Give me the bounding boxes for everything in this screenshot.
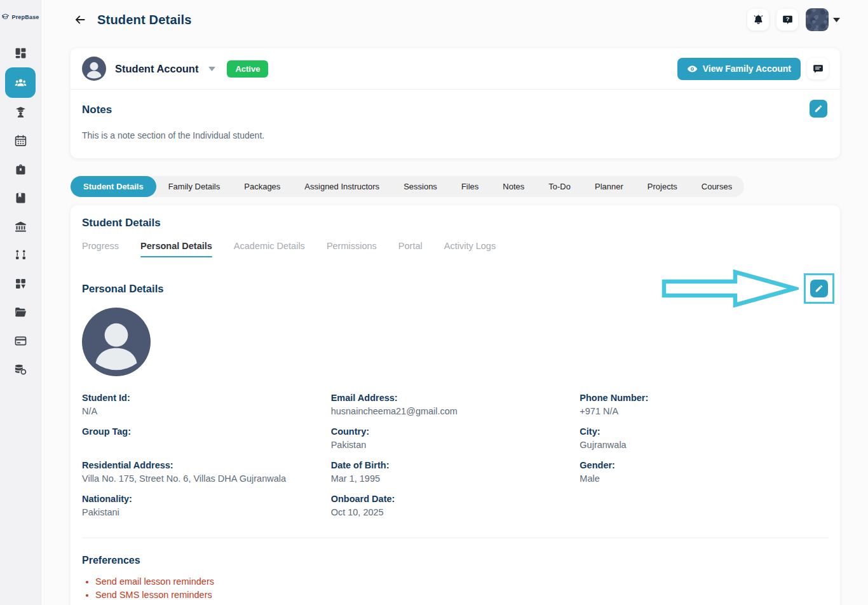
app-name: PrepBase [11, 14, 39, 20]
field-value: Oct 10, 2025 [331, 507, 580, 519]
chat-button[interactable] [807, 58, 829, 79]
user-avatar[interactable] [806, 8, 829, 31]
help-icon: ? [782, 14, 794, 26]
details-card: Student Details ProgressPersonal Details… [71, 205, 840, 605]
tab-planner[interactable]: Planner [583, 176, 635, 197]
tab-to-do[interactable]: To-Do [536, 176, 583, 197]
preferences-title: Preferences [82, 555, 829, 566]
topbar-actions: ? [747, 8, 840, 31]
sidebar-item-library[interactable] [5, 184, 36, 212]
main-content: Student Details ? Student Account Active [41, 0, 868, 605]
field-student-id: Student Id: N/A [82, 393, 331, 418]
personal-details-title: Personal Details [82, 283, 163, 295]
account-card: Student Account Active View Family Accou… [71, 48, 840, 158]
apps-icon [14, 277, 27, 290]
tab-sessions[interactable]: Sessions [391, 176, 449, 197]
tab-label: Files [461, 182, 478, 191]
tab-label: Sessions [403, 182, 437, 191]
field-label: Phone Number: [580, 393, 829, 403]
field-phone-number: Phone Number: +971 N/A [580, 393, 829, 418]
sidebar-item-dashboard[interactable] [5, 39, 36, 67]
finance-icon [14, 363, 27, 376]
subtab-activity-logs[interactable]: Activity Logs [444, 241, 496, 257]
subtab-label: Permissions [327, 241, 377, 251]
files-icon [14, 306, 27, 319]
tab-files[interactable]: Files [449, 176, 491, 197]
subtab-personal-details[interactable]: Personal Details [140, 241, 212, 257]
field-value: +971 N/A [580, 406, 829, 418]
preferences-list: Send email lesson remindersSend SMS less… [85, 576, 829, 600]
tab-label: Planner [595, 182, 623, 191]
tab-courses[interactable]: Courses [689, 176, 744, 197]
view-family-account-button[interactable]: View Family Account [677, 58, 801, 80]
back-button[interactable] [71, 10, 90, 29]
notes-title: Notes [82, 104, 829, 116]
sidebar-item-finance[interactable] [5, 355, 36, 384]
packages-icon [14, 163, 27, 176]
sidebar-item-calendar[interactable] [5, 126, 36, 155]
instructors-icon [14, 105, 27, 119]
field-value [580, 497, 829, 508]
subtab-portal[interactable]: Portal [398, 241, 423, 257]
dashboard-icon [14, 46, 27, 60]
field-value: husnaincheema21@gmail.com [331, 406, 580, 418]
tab-bar: Student DetailsFamily DetailsPackagesAss… [71, 176, 744, 197]
tab-label: Projects [648, 182, 677, 191]
pencil-icon [814, 104, 823, 113]
sidebar-item-apps[interactable] [5, 269, 36, 298]
account-actions: View Family Account [677, 58, 829, 80]
person-icon [82, 57, 106, 81]
tab-label: Assigned Instructors [304, 182, 379, 191]
tab-packages[interactable]: Packages [232, 176, 292, 197]
field-label: Gender: [580, 460, 829, 470]
sidebar-item-files[interactable] [5, 298, 36, 327]
sidebar-item-instructors[interactable] [5, 98, 36, 126]
institution-icon [14, 220, 27, 233]
tab-notes[interactable]: Notes [491, 176, 536, 197]
chat-icon [812, 63, 824, 75]
subtab-progress[interactable]: Progress [82, 241, 119, 257]
tab-family-details[interactable]: Family Details [156, 176, 233, 197]
calendar-icon [14, 134, 27, 147]
tab-label: Courses [702, 182, 732, 191]
annotation-arrow-icon [661, 269, 799, 308]
page-title: Student Details [97, 13, 192, 27]
sidebar-item-billing[interactable] [5, 327, 36, 355]
user-menu[interactable] [806, 8, 840, 31]
app-logo[interactable]: PrepBase [1, 0, 39, 34]
sidebar-item-institution[interactable] [5, 212, 36, 241]
notifications-button[interactable] [747, 9, 769, 31]
personal-details-header: Personal Details [82, 273, 829, 304]
tab-projects[interactable]: Projects [635, 176, 689, 197]
library-icon [14, 191, 27, 205]
notes-edit-button[interactable] [810, 100, 827, 118]
tab-assigned-instructors[interactable]: Assigned Instructors [292, 176, 391, 197]
field-gender: Gender: Male [580, 460, 829, 485]
field-value [82, 440, 331, 451]
personal-details-edit-button[interactable] [810, 280, 828, 297]
field-value: Gujranwala [580, 440, 829, 451]
preference-send-sms-lesson-reminders: Send SMS lesson reminders [95, 590, 829, 600]
sidebar-items [5, 39, 36, 384]
subtab-academic-details[interactable]: Academic Details [234, 241, 305, 257]
eye-icon [687, 64, 698, 74]
field-label: Email Address: [331, 393, 580, 403]
field-label: Nationality: [82, 494, 331, 504]
tab-student-details[interactable]: Student Details [71, 176, 156, 197]
subtab-label: Activity Logs [444, 241, 496, 251]
sidebar-item-packages[interactable] [5, 155, 36, 184]
field-nationality: Nationality: Pakistani [82, 494, 331, 519]
pencil-icon [815, 284, 824, 293]
subtab-permissions[interactable]: Permissions [327, 241, 377, 257]
notes-section: Notes This is a note section of the Indi… [71, 90, 840, 158]
sidebar-item-students[interactable] [5, 67, 36, 98]
field-value: Villa No. 175, Street No. 6, Villas DHA … [82, 473, 331, 485]
account-caret-icon[interactable] [208, 67, 215, 71]
status-badge[interactable]: Active [227, 60, 268, 78]
help-button[interactable]: ? [776, 9, 798, 31]
account-name: Student Account [115, 63, 198, 75]
field-value: Pakistani [82, 507, 331, 519]
divider [82, 538, 829, 538]
field-label: Student Id: [82, 393, 331, 403]
sidebar-item-workflow[interactable] [5, 241, 36, 269]
